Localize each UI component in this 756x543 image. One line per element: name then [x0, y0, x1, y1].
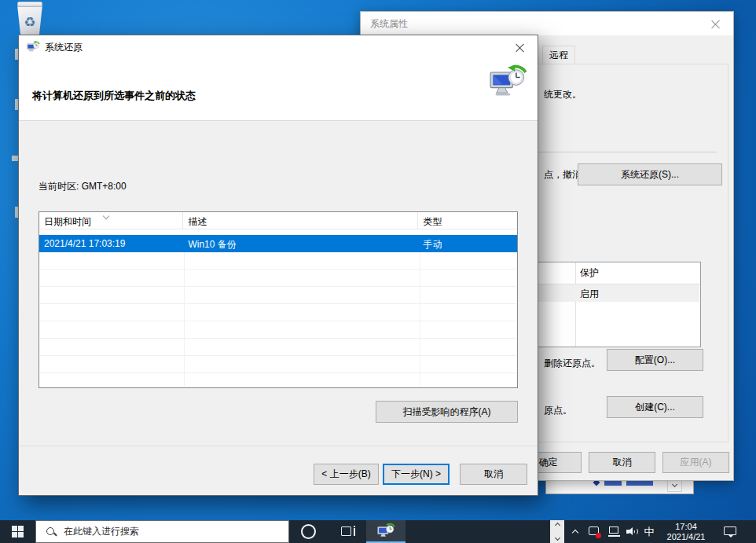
apply-button[interactable]: 应用(A): [662, 452, 729, 473]
tab-remote[interactable]: 远程: [542, 46, 575, 64]
task-view-icon-bar: [354, 528, 355, 536]
configure-button[interactable]: 配置(O)...: [607, 349, 703, 371]
show-hidden-icons-button[interactable]: [568, 520, 582, 543]
close-button[interactable]: [502, 35, 538, 59]
wizard-footer: < 上一步(B) 下一步(N) > 取消: [19, 446, 538, 495]
divider: [19, 120, 538, 121]
table-row-selected[interactable]: 2021/4/21 17:03:19 Win10 备份 手动: [39, 235, 517, 252]
window-title: 系统属性: [370, 12, 408, 35]
chevron-up-icon: [554, 523, 560, 528]
system-restore-dialog: 系统还原 将计算机还原到所选事件之前的状态: [18, 35, 538, 496]
task-view-button[interactable]: [339, 526, 357, 537]
cell-datetime: 2021/4/21 17:03:19: [39, 235, 183, 252]
chevron-down-icon: [554, 535, 560, 541]
restore-points-table[interactable]: 日期和时间 描述 类型 2021/4/21 17:03:19 Win10 备份 …: [39, 211, 518, 388]
next-button[interactable]: 下一步(N) >: [383, 464, 450, 485]
table-header-row: 日期和时间 描述 类型: [39, 212, 517, 229]
cell-description: Win10 备份: [183, 235, 418, 252]
tray-volume[interactable]: [623, 520, 642, 543]
obscured-text-fragment: [626, 480, 653, 486]
task-view-icon: [341, 526, 351, 536]
clock-date: 2021/4/21: [667, 532, 706, 542]
action-center-button[interactable]: [717, 520, 743, 543]
timezone-label: 当前时区: GMT+8:00: [39, 180, 127, 193]
close-icon: [516, 43, 524, 52]
partial-text: 统更改。: [544, 88, 582, 101]
column-header-type[interactable]: 类型: [418, 212, 517, 229]
table-gridlines: [40, 252, 516, 387]
security-alert-icon: [589, 526, 600, 537]
column-header-description[interactable]: 描述: [183, 212, 418, 229]
ime-indicator[interactable]: 中: [640, 520, 658, 543]
scan-affected-programs-button[interactable]: 扫描受影响的程序(A): [376, 401, 518, 423]
clock-time: 17:04: [675, 522, 697, 532]
recycle-symbol: ♻: [24, 14, 35, 31]
taskbar-app-system-restore[interactable]: [366, 520, 406, 543]
protection-status: 启用: [580, 288, 599, 301]
partial-text: 原点。: [544, 404, 572, 417]
window-title: 系统还原: [45, 35, 83, 59]
ethernet-network-icon: [608, 526, 620, 537]
taskbar: 在此键入进行搜索: [0, 520, 756, 543]
column-divider: [184, 252, 185, 387]
column-divider: [420, 252, 420, 387]
column-divider: [575, 262, 576, 347]
desktop: ♻ 系统属性 远程 统更改。 点，撤消 系统还原(S)... 保护: [0, 0, 756, 543]
search-placeholder: 在此键入进行搜索: [64, 525, 139, 538]
tray-security-alert[interactable]: [585, 520, 604, 543]
system-restore-button[interactable]: 系统还原(S)...: [578, 163, 722, 185]
system-restore-icon: [490, 64, 527, 100]
chevron-down-icon: [672, 481, 677, 486]
partial-text: 点，撤消: [544, 168, 582, 182]
close-button[interactable]: [698, 12, 733, 35]
cortana-button[interactable]: [301, 524, 316, 539]
tray-clock[interactable]: 17:04 2021/4/21: [661, 520, 711, 543]
search-icon: [46, 526, 57, 537]
cell-type: 手动: [418, 235, 517, 252]
task-view-icon-dot: [354, 526, 355, 527]
obscured-text-fragment: [604, 480, 622, 486]
windows-logo-icon: [12, 526, 24, 538]
wizard-header: 将计算机还原到所选事件之前的状态: [19, 59, 538, 120]
column-header-datetime[interactable]: 日期和时间: [39, 212, 183, 229]
cancel-button[interactable]: 取消: [589, 452, 655, 473]
system-restore-icon: [27, 41, 40, 53]
back-button[interactable]: < 上一步(B): [314, 464, 379, 485]
system-restore-icon: [377, 523, 395, 540]
taskbar-scrollbar[interactable]: [550, 520, 564, 543]
recycle-bin-lid: [17, 2, 42, 7]
action-center-icon: [724, 526, 737, 537]
wizard-heading: 将计算机还原到所选事件之前的状态: [32, 89, 196, 103]
create-button[interactable]: 创建(C)...: [607, 396, 703, 418]
partial-text: 删除还原点。: [544, 357, 600, 370]
recycle-bin-body: ♻: [16, 6, 44, 38]
tray-network[interactable]: [604, 520, 623, 543]
desktop-icon-fragment: [12, 156, 18, 161]
titlebar[interactable]: 系统还原: [19, 35, 538, 59]
alert-badge: [596, 533, 601, 538]
cancel-button[interactable]: 取消: [460, 464, 527, 485]
taskbar-search-box[interactable]: 在此键入进行搜索: [35, 520, 289, 543]
titlebar[interactable]: 系统属性: [361, 12, 733, 35]
column-header-protection: 保护: [580, 266, 599, 280]
chevron-up-icon: [572, 530, 578, 536]
start-button[interactable]: [0, 520, 35, 543]
close-icon: [711, 20, 720, 28]
speaker-icon: [626, 526, 640, 537]
